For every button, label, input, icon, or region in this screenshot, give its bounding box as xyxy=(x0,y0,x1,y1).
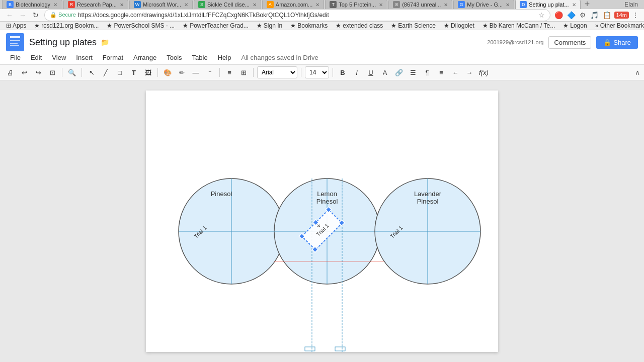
menu-arrange[interactable]: Arrange xyxy=(129,52,160,63)
url-bar[interactable]: 🔒 Secure https://docs.google.com/drawing… xyxy=(44,9,550,21)
toolbar-link[interactable]: 🔗 xyxy=(393,66,405,78)
tab-close[interactable]: ✕ xyxy=(444,2,448,8)
toolbar-indent-more[interactable]: → xyxy=(463,66,475,78)
folder-icon[interactable]: 📁 xyxy=(101,38,109,46)
bookmark-rcsd[interactable]: ★ rcsd121.org Bookm... xyxy=(32,22,101,29)
bookmark-powerschool-sms[interactable]: ★ PowerSchool SMS - ... xyxy=(105,22,177,29)
back-button[interactable]: ← xyxy=(4,10,15,21)
tab-drive[interactable]: G My Drive - G... ✕ xyxy=(453,0,514,9)
tab-close[interactable]: ✕ xyxy=(253,2,257,8)
tab-setting-up-plates[interactable]: D Setting up plat... ✕ xyxy=(515,0,581,9)
toolbar-collapse[interactable]: ∧ xyxy=(635,68,640,76)
toolbar-paragraph[interactable]: ¶ xyxy=(421,66,433,78)
bookmark-label: Logon xyxy=(570,22,587,29)
extension-icon3[interactable]: ⚙ xyxy=(579,10,587,20)
menu-insert[interactable]: Insert xyxy=(72,52,97,63)
toolbar-indent-less[interactable]: ← xyxy=(449,66,461,78)
extension-icon[interactable]: 🔴 xyxy=(553,10,564,20)
tab-close[interactable]: ✕ xyxy=(315,2,319,8)
svg-text:Lemon: Lemon xyxy=(317,190,337,198)
document-title[interactable]: Setting up plates xyxy=(29,37,97,48)
toolbar-cursor[interactable]: ↖ xyxy=(86,66,98,78)
tab-protein[interactable]: T Top 5 Protein... ✕ xyxy=(325,0,387,9)
bookmark-label: Bb Karen McCann / Te... xyxy=(490,22,555,29)
toolbar-italic[interactable]: I xyxy=(351,66,363,78)
tab-close[interactable]: ✕ xyxy=(506,2,510,8)
bookmark-other[interactable]: » Other Bookmarks xyxy=(593,22,644,29)
tab-close[interactable]: ✕ xyxy=(572,2,576,8)
comments-button[interactable]: Comments xyxy=(548,36,591,49)
menu-table[interactable]: Table xyxy=(188,52,212,63)
font-family-select[interactable]: Arial xyxy=(257,66,297,78)
toolbar-line-dash[interactable]: ⁻ xyxy=(204,66,216,78)
extension-icon5[interactable]: 📋 xyxy=(602,10,612,20)
new-tab-button[interactable]: + xyxy=(582,0,593,9)
toolbar-shape[interactable]: □ xyxy=(114,66,126,78)
bookmark-signin[interactable]: ★ Sign In xyxy=(255,22,284,29)
tab-close[interactable]: ✕ xyxy=(120,2,124,8)
menu-format[interactable]: Format xyxy=(99,52,127,63)
docs-title: Setting up plates 📁 xyxy=(29,37,482,48)
bookmark-logon[interactable]: ★ Logon xyxy=(561,22,589,29)
bookmark-karen[interactable]: ★ Bb Karen McCann / Te... xyxy=(480,22,557,29)
toolbar-sep2 xyxy=(82,68,82,77)
toolbar-formula[interactable]: f(x) xyxy=(477,66,490,78)
bookmark-apps[interactable]: ⊞ Apps xyxy=(4,22,28,29)
tab-word[interactable]: W Microsoft Wor... ✕ xyxy=(129,0,193,9)
tab-biotechnology[interactable]: B Biotechnology ✕ xyxy=(2,0,62,9)
toolbar-text[interactable]: T xyxy=(128,66,140,78)
drawing-canvas[interactable]: Pinesol Trial 1 xyxy=(146,90,498,352)
svg-rect-0 xyxy=(6,33,24,51)
tab-sickle[interactable]: S Sickle Cell dise... ✕ xyxy=(194,0,261,9)
toolbar-image[interactable]: 🖼 xyxy=(142,66,154,78)
tab-close[interactable]: ✕ xyxy=(379,2,383,8)
star-icon[interactable]: ☆ xyxy=(538,11,545,19)
menu-help[interactable]: Help xyxy=(214,52,235,63)
toolbar-line-weight[interactable]: — xyxy=(190,66,202,78)
tab-amazon[interactable]: A Amazon.com... ✕ xyxy=(262,0,324,9)
docs-app: Setting up plates 📁 2001929@rcsd121.org … xyxy=(0,30,644,362)
tab-close[interactable]: ✕ xyxy=(53,2,57,8)
refresh-button[interactable]: ↻ xyxy=(30,10,41,21)
menu-icon[interactable]: ⋮ xyxy=(631,10,640,20)
tab-unreal[interactable]: 8 (86743 unreal... ✕ xyxy=(388,0,452,9)
toolbar-redo[interactable]: ↪ xyxy=(32,66,44,78)
bookmark-label: PowerTeacher Grad... xyxy=(190,22,249,29)
toolbar-align-text[interactable]: ☰ xyxy=(407,66,419,78)
font-size-select[interactable]: 14 xyxy=(305,66,329,78)
toolbar-line-spacing[interactable]: ⊞ xyxy=(237,66,250,78)
toolbar-fill-color[interactable]: 🎨 xyxy=(162,66,174,78)
bookmark-extended-class[interactable]: ★ extended class xyxy=(334,22,385,29)
tab-favicon: W xyxy=(134,1,141,8)
menu-tools[interactable]: Tools xyxy=(163,52,186,63)
extension-icon4[interactable]: 🎵 xyxy=(589,10,600,20)
svg-rect-17 xyxy=(335,347,345,351)
toolbar-line[interactable]: ╱ xyxy=(100,66,112,78)
toolbar-underline[interactable]: U xyxy=(365,66,377,78)
menu-edit[interactable]: Edit xyxy=(27,52,46,63)
toolbar-line-color[interactable]: ✏ xyxy=(176,66,188,78)
toolbar-print[interactable]: 🖨 xyxy=(4,66,16,78)
address-icons: 🔴 🔷 ⚙ 🎵 📋 14m ⋮ xyxy=(553,10,640,20)
menu-view[interactable]: View xyxy=(48,52,70,63)
bookmark-dilogolet[interactable]: ★ Dilogolet xyxy=(442,22,476,29)
share-button[interactable]: 🔒 Share xyxy=(596,36,638,49)
tab-favicon: A xyxy=(267,1,274,8)
bookmark-powerteacher[interactable]: ★ PowerTeacher Grad... xyxy=(181,22,251,29)
bookmark-bookmarks[interactable]: ★ Bookmarks xyxy=(288,22,330,29)
tab-research[interactable]: R Research Pap... ✕ xyxy=(63,0,128,9)
tab-close[interactable]: ✕ xyxy=(184,2,188,8)
toolbar-font-color[interactable]: A xyxy=(379,66,391,78)
svg-rect-1 xyxy=(10,36,20,38)
toolbar-align[interactable]: ≡ xyxy=(223,66,235,78)
extension-icon2[interactable]: 🔷 xyxy=(566,10,577,20)
toolbar-paint-format[interactable]: ⊡ xyxy=(46,66,58,78)
toolbar-undo[interactable]: ↩ xyxy=(18,66,30,78)
toolbar-zoom[interactable]: 🔍 xyxy=(66,66,78,78)
bookmark-earth-science[interactable]: ★ Earth Science xyxy=(389,22,438,29)
forward-button[interactable]: → xyxy=(17,10,28,21)
toolbar-list[interactable]: ≡ xyxy=(435,66,447,78)
drawing-area[interactable]: Pinesol Trial 1 xyxy=(0,80,644,362)
toolbar-bold[interactable]: B xyxy=(337,66,349,78)
menu-file[interactable]: File xyxy=(6,52,25,63)
